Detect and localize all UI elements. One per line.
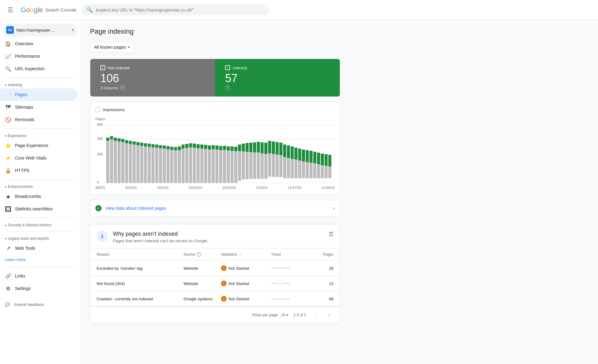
impressions-checkbox-input[interactable] xyxy=(95,107,100,112)
divider-1 xyxy=(5,77,75,78)
svg-rect-44 xyxy=(174,150,177,183)
filter-button[interactable]: All known pages ▾ xyxy=(90,42,134,52)
svg-rect-121 xyxy=(317,153,320,164)
svg-rect-126 xyxy=(328,166,331,178)
sidebar-item-url-inspection[interactable]: 🔍 URL inspection xyxy=(0,62,78,75)
warning-icon: ! xyxy=(221,265,227,271)
svg-text:200: 200 xyxy=(97,153,103,156)
page-title: Page indexing xyxy=(90,27,588,36)
sidebar-item-overview[interactable]: 🏠 Overview xyxy=(0,37,78,50)
validation-sort-icon: ↓ xyxy=(239,252,241,257)
cell-reason: Not found (404) xyxy=(97,281,183,286)
header-validation: Validation ↓ xyxy=(221,252,271,257)
learn-more-link[interactable]: Learn more xyxy=(5,257,26,262)
svg-rect-88 xyxy=(257,152,260,179)
card-indexed: ✓ Indexed 57 ? xyxy=(215,59,340,96)
view-data-chevron-icon: › xyxy=(333,205,335,211)
svg-rect-102 xyxy=(283,157,286,178)
table-row[interactable]: Excluded by 'noindex' tag Website ! Not … xyxy=(90,261,340,276)
not-indexed-info-icon[interactable]: ? xyxy=(120,85,125,90)
svg-rect-25 xyxy=(136,142,139,145)
sidebar-item-core-web-vitals[interactable]: ⚡ Core Web Vitals xyxy=(0,152,78,164)
svg-rect-29 xyxy=(144,143,147,146)
sidebar-item-removals[interactable]: 🚫 Removals xyxy=(0,113,78,126)
svg-rect-95 xyxy=(268,141,271,153)
divider-4 xyxy=(5,218,75,218)
rows-per-page-label: Rows per page: xyxy=(252,313,279,317)
section-indexing[interactable]: ▾ Indexing xyxy=(0,80,80,88)
svg-rect-81 xyxy=(242,144,245,151)
pages-icon: 📄 xyxy=(5,91,11,98)
section-experience[interactable]: ▾ Experience xyxy=(0,131,80,139)
svg-rect-96 xyxy=(272,154,275,177)
svg-rect-78 xyxy=(238,151,241,181)
svg-rect-104 xyxy=(287,158,290,178)
section-enhancements[interactable]: ▾ Enhancements xyxy=(0,182,80,190)
sidebar-item-performance[interactable]: 📈 Performance xyxy=(0,50,78,62)
svg-rect-93 xyxy=(264,143,268,154)
table-row[interactable]: Not found (404) Website ! Not Started xyxy=(90,276,340,291)
sidebar-item-web-tools[interactable]: ↗ Web Tools xyxy=(0,242,78,254)
svg-rect-27 xyxy=(140,143,143,146)
sidebar-item-breadcrumbs[interactable]: ◈ Breadcrumbs xyxy=(0,190,78,203)
indexed-checkbox: ✓ xyxy=(225,65,230,70)
svg-rect-54 xyxy=(193,148,196,183)
svg-rect-46 xyxy=(178,150,181,183)
svg-rect-10 xyxy=(110,139,113,183)
sidebar-item-https[interactable]: 🔒 HTTPS xyxy=(0,164,78,177)
section-legacy[interactable]: ▾ Legacy tools and reports xyxy=(0,234,80,242)
section-arrow-icon: ▾ xyxy=(5,83,7,87)
card-not-indexed: ✓ Not indexed 106 3 reasons ? xyxy=(90,59,215,96)
filter-dropdown-icon: ▾ xyxy=(128,45,130,49)
svg-rect-82 xyxy=(245,152,249,179)
search-bar[interactable]: 🔍 xyxy=(82,4,269,15)
submit-feedback[interactable]: 💬 Submit feedback xyxy=(0,297,80,312)
view-data-button[interactable]: ✓ View data about indexed pages › xyxy=(90,200,340,217)
svg-rect-123 xyxy=(321,154,324,165)
trend-sparkline xyxy=(271,280,290,287)
sidebar-item-page-experience[interactable]: ⭐ Page Experience xyxy=(0,139,78,152)
section-label: Enhancements xyxy=(8,184,33,189)
table-row[interactable]: Crawled - currently not indexed Google s… xyxy=(90,291,340,307)
sidebar-item-label: Breadcrumbs xyxy=(15,194,41,199)
svg-rect-8 xyxy=(106,141,109,183)
divider-5 xyxy=(5,231,75,231)
sidebar-item-pages[interactable]: 📄 Pages xyxy=(0,88,78,101)
indexed-count: 57 xyxy=(225,73,330,84)
sidebar-item-sitemaps[interactable]: 🗺 Sitemaps xyxy=(0,101,78,113)
why-title-block: Why pages aren't indexed Pages that aren… xyxy=(113,231,207,243)
pagination-prev-button[interactable]: ‹ xyxy=(311,311,320,319)
x-label: 9/19/23 xyxy=(125,186,137,189)
sidebar-item-sitelinks-searchbox[interactable]: 🔲 Sitelinks searchbox xyxy=(0,203,78,215)
x-label: 11/29/23 xyxy=(321,186,335,189)
sidebar-item-label: Links xyxy=(15,273,25,278)
svg-rect-107 xyxy=(291,146,294,159)
https-icon: 🔒 xyxy=(5,167,11,174)
section-security[interactable]: ▸ Security & Manual Actions xyxy=(0,220,80,229)
svg-rect-32 xyxy=(151,147,154,183)
sidebar-item-label: Overview xyxy=(15,41,33,46)
chart-y-label: Pages xyxy=(95,117,335,121)
svg-rect-92 xyxy=(264,154,268,179)
rows-per-page-select[interactable]: 10 ▾ xyxy=(281,313,288,317)
sidebar-item-links[interactable]: 🔗 Links xyxy=(0,270,78,282)
learn-more[interactable]: Learn more xyxy=(0,254,80,264)
svg-rect-84 xyxy=(249,152,252,179)
info-icon: ℹ xyxy=(97,231,108,242)
svg-rect-74 xyxy=(230,151,234,183)
svg-rect-97 xyxy=(272,141,275,154)
svg-rect-28 xyxy=(144,146,147,183)
x-label: 11/17/23 xyxy=(288,186,301,189)
pagination-next-button[interactable]: › xyxy=(325,311,334,319)
property-selector[interactable]: SS https://savingsuper ... ▾ xyxy=(3,24,78,36)
search-input[interactable] xyxy=(96,7,264,12)
svg-rect-37 xyxy=(159,145,162,148)
filter-icon[interactable]: ☰ xyxy=(329,231,334,238)
source-help-icon[interactable]: ? xyxy=(197,252,201,257)
not-indexed-label: Not indexed xyxy=(108,66,129,70)
impressions-checkbox[interactable]: Impressions xyxy=(95,107,335,112)
sidebar-item-settings[interactable]: ⚙ Settings xyxy=(0,282,78,295)
menu-icon[interactable]: ☰ xyxy=(5,4,16,16)
indexed-info-icon[interactable]: ? xyxy=(225,85,230,90)
chart-container: 600 400 200 0 xyxy=(95,122,335,184)
